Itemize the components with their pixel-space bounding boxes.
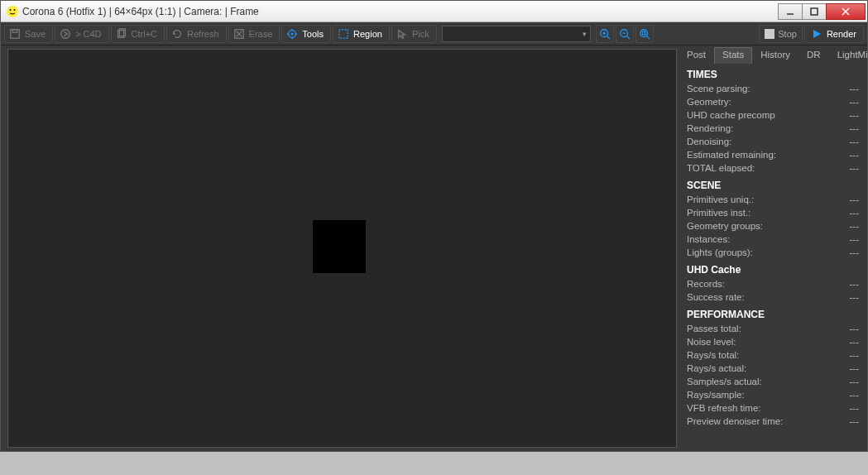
svg-line-30 [646,36,650,39]
app-icon [6,5,19,18]
stat-value: --- [850,122,860,135]
render-output-image [313,220,366,273]
stat-key: Instances: [687,233,730,246]
svg-rect-8 [12,29,17,32]
stat-key: Lights (groups): [687,246,753,259]
stat-row: Scene parsing:--- [687,82,859,95]
section-header: SCENE [687,180,859,191]
zoom-in-button[interactable] [596,25,614,43]
stat-key: UHD cache precomp [687,108,775,122]
tab-dr[interactable]: DR [798,47,829,64]
svg-point-1 [10,9,12,11]
stat-value: --- [850,108,860,122]
stat-value: --- [850,193,860,206]
tab-lightmix[interactable]: LightMix [829,47,868,64]
pick-button[interactable]: Pick [391,25,437,43]
stat-value: --- [850,82,860,95]
stat-key: Rays/s total: [687,348,739,362]
c4d-icon [59,27,72,41]
svg-line-23 [607,36,610,39]
window-title: Corona 6 (Hotfix 1) | 64×64px (1:1) | Ca… [22,6,779,17]
tab-history[interactable]: History [752,47,798,64]
refresh-icon [170,27,184,41]
side-panel: PostStatsHistoryDRLightMix TIMESScene pa… [679,46,867,451]
close-button[interactable] [826,3,866,20]
stat-value: --- [850,148,860,161]
maximize-button[interactable] [802,3,827,20]
stat-key: Primitives uniq.: [687,193,754,206]
stat-row: VFB refresh time:--- [687,401,859,415]
client-area: PostStatsHistoryDRLightMix TIMESScene pa… [1,46,867,451]
svg-rect-31 [642,31,645,35]
refresh-button[interactable]: Refresh [166,25,227,43]
stat-row: Primitives uniq.:--- [687,193,859,206]
tools-label: Tools [302,29,324,39]
stat-key: Passes total: [687,322,741,335]
save-label: Save [25,29,46,39]
minimize-button[interactable] [778,3,803,20]
stat-key: Rendering: [687,122,733,135]
stat-row: Rays/s total:--- [687,348,859,362]
copy-icon [115,27,128,41]
tools-icon [285,27,299,41]
channel-dropdown[interactable] [442,26,591,42]
c4d-button[interactable]: > C4D [55,25,109,43]
titlebar: Corona 6 (Hotfix 1) | 64×64px (1:1) | Ca… [1,1,867,22]
play-icon [812,29,822,39]
stat-row: Preview denoiser time:--- [687,415,859,428]
erase-label: Erase [249,29,273,39]
pick-label: Pick [412,29,429,39]
region-label: Region [353,29,382,39]
stat-row: Samples/s actual:--- [687,375,859,388]
stat-key: Primitives inst.: [687,206,751,219]
tab-post[interactable]: Post [679,47,714,64]
section-header: PERFORMANCE [687,309,859,320]
render-viewport[interactable] [7,49,677,448]
erase-button[interactable]: Erase [228,25,281,43]
svg-line-27 [626,36,630,39]
zoom-out-button[interactable] [616,25,634,43]
stop-button[interactable]: Stop [759,25,803,43]
side-tabs: PostStatsHistoryDRLightMix [679,46,867,64]
stat-key: VFB refresh time: [687,401,760,415]
stop-label: Stop [778,29,797,39]
stats-panel: TIMESScene parsing:---Geometry:---UHD ca… [679,64,867,451]
erase-icon [233,27,246,41]
section-header: TIMES [687,69,859,80]
zoom-fit-button[interactable] [635,25,654,43]
render-button[interactable]: Render [804,25,864,43]
stat-key: Preview denoiser time: [687,415,783,428]
stat-row: Geometry:--- [687,95,859,108]
stat-value: --- [850,348,860,362]
copy-button[interactable]: Ctrl+C [111,25,165,43]
stat-value: --- [850,95,860,108]
region-button[interactable]: Region [333,25,390,43]
stat-row: Success rate:--- [687,290,859,304]
stat-key: Estimated remaining: [687,148,776,161]
c4d-label: > C4D [75,29,102,39]
stat-key: Records: [687,277,725,290]
stat-value: --- [850,335,860,348]
save-button[interactable]: Save [4,25,53,43]
stat-value: --- [850,375,860,388]
tab-stats[interactable]: Stats [714,47,752,64]
stat-value: --- [850,206,860,219]
stat-value: --- [850,135,860,148]
app-window: Corona 6 (Hotfix 1) | 64×64px (1:1) | Ca… [0,0,868,452]
save-icon [8,27,22,41]
copy-label: Ctrl+C [132,29,157,39]
stat-row: Estimated remaining:--- [687,148,859,161]
stat-value: --- [850,233,860,246]
svg-rect-7 [11,29,20,38]
tools-button[interactable]: Tools [281,25,331,43]
svg-rect-21 [339,29,348,38]
stat-value: --- [850,161,860,175]
pick-icon [396,27,409,41]
stat-row: Denoising:--- [687,135,859,148]
stat-row: Rendering:--- [687,122,859,135]
svg-rect-4 [811,8,818,15]
stat-value: --- [850,322,860,335]
stop-icon [765,29,774,39]
render-label: Render [827,29,856,39]
stat-value: --- [850,401,860,415]
